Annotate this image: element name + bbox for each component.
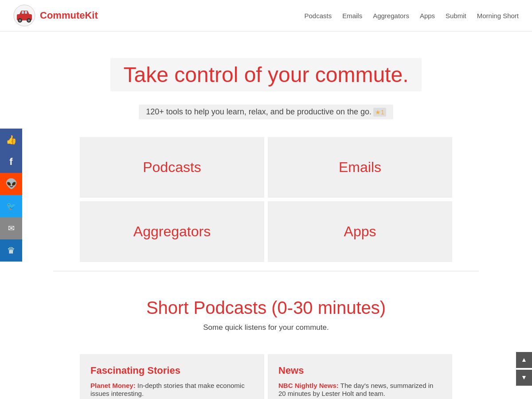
- email-button[interactable]: ✉: [0, 217, 22, 239]
- twitter-button[interactable]: 🐦: [0, 195, 22, 217]
- category-podcasts[interactable]: Podcasts: [80, 137, 264, 198]
- card-item-1: NBC Nightly News: The day's news, summar…: [278, 382, 442, 398]
- main-nav: Podcasts Emails Aggregators Apps Submit …: [304, 12, 519, 20]
- svg-point-7: [28, 20, 30, 22]
- podcasts-section-subtitle: Some quick listens for your commute.: [9, 323, 523, 332]
- svg-rect-2: [22, 11, 24, 14]
- scroll-up-button[interactable]: ▲: [516, 352, 532, 368]
- nav-aggregators[interactable]: Aggregators: [373, 12, 409, 20]
- scroll-down-button[interactable]: ▼: [516, 370, 532, 386]
- category-aggregators-label: Aggregators: [133, 223, 211, 240]
- hero-subtitle: 120+ tools to help you learn, relax, and…: [139, 105, 393, 119]
- crown-icon: ♛: [7, 245, 15, 256]
- category-apps-label: Apps: [344, 223, 376, 240]
- category-podcasts-label: Podcasts: [143, 159, 201, 176]
- scroll-buttons: ▲ ▼: [516, 352, 532, 386]
- section-divider: [53, 271, 479, 271]
- nav-podcasts[interactable]: Podcasts: [304, 12, 332, 20]
- nav-morning-short[interactable]: Morning Short: [477, 12, 519, 20]
- card-category-news: News: [278, 365, 442, 376]
- svg-rect-3: [25, 11, 27, 14]
- facebook-icon: f: [9, 156, 12, 168]
- podcasts-section-title: Short Podcasts (0-30 minutes): [9, 298, 523, 318]
- star-badge: ★1: [373, 108, 386, 117]
- header: CommuteKit Podcasts Emails Aggregators A…: [0, 0, 532, 31]
- category-apps[interactable]: Apps: [268, 201, 452, 262]
- like-button[interactable]: 👍: [0, 129, 22, 151]
- podcasts-section: Short Podcasts (0-30 minutes) Some quick…: [0, 280, 532, 354]
- podcast-card-fascinating: Fascinating Stories Planet Money: In-dep…: [80, 354, 264, 399]
- hero-title: Take control of your commute.: [110, 58, 422, 91]
- card-item-title-1: NBC Nightly News:: [278, 382, 339, 389]
- facebook-button[interactable]: f: [0, 151, 22, 173]
- hero-section: Take control of your commute. 120+ tools…: [0, 31, 532, 137]
- email-icon: ✉: [8, 223, 15, 233]
- card-item-title-0: Planet Money:: [90, 382, 136, 389]
- svg-point-5: [19, 20, 21, 22]
- nav-emails[interactable]: Emails: [342, 12, 362, 20]
- nav-apps[interactable]: Apps: [420, 12, 435, 20]
- card-item-0: Planet Money: In-depth stories that make…: [90, 382, 254, 398]
- nav-submit[interactable]: Submit: [446, 12, 466, 20]
- podcast-card-news: News NBC Nightly News: The day's news, s…: [268, 354, 452, 399]
- thumbs-up-icon: 👍: [6, 134, 17, 145]
- card-category-fascinating: Fascinating Stories: [90, 365, 254, 376]
- category-grid: Podcasts Emails Aggregators Apps: [53, 137, 479, 262]
- logo-car-icon: [13, 4, 35, 27]
- logo-text[interactable]: CommuteKit: [40, 10, 98, 21]
- social-sidebar: 👍 f 👽 🐦 ✉ ♛: [0, 129, 22, 262]
- reddit-icon: 👽: [5, 178, 17, 190]
- category-emails-label: Emails: [339, 159, 381, 176]
- logo-area: CommuteKit: [13, 4, 98, 27]
- reddit-button[interactable]: 👽: [0, 173, 22, 195]
- twitter-icon: 🐦: [6, 201, 16, 211]
- podcast-cards-row: Fascinating Stories Planet Money: In-dep…: [53, 354, 479, 399]
- category-emails[interactable]: Emails: [268, 137, 452, 198]
- category-aggregators[interactable]: Aggregators: [80, 201, 264, 262]
- crown-button[interactable]: ♛: [0, 239, 22, 262]
